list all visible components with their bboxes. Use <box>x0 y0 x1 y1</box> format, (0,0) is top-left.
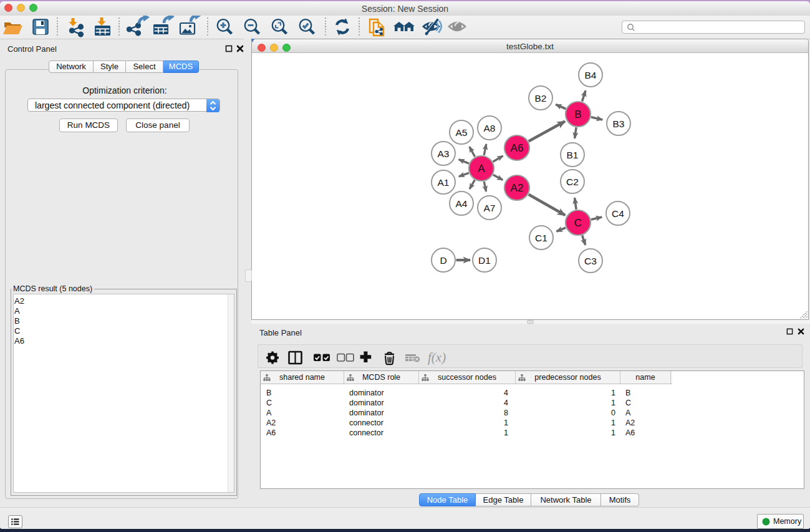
svg-text:D: D <box>440 255 446 266</box>
svg-text:A6: A6 <box>511 142 524 154</box>
svg-text:C2: C2 <box>566 177 579 187</box>
svg-text:A3: A3 <box>438 148 450 159</box>
svg-text:B4: B4 <box>585 70 597 80</box>
svg-text:C1: C1 <box>535 233 547 243</box>
svg-text:B2: B2 <box>535 93 547 104</box>
svg-text:C3: C3 <box>584 256 597 266</box>
svg-text:C: C <box>574 217 582 229</box>
svg-text:A7: A7 <box>484 203 496 213</box>
svg-text:C4: C4 <box>612 208 624 219</box>
svg-text:A: A <box>478 163 485 175</box>
svg-text:A5: A5 <box>456 127 468 138</box>
svg-text:B3: B3 <box>613 118 625 129</box>
svg-text:B: B <box>574 109 581 120</box>
svg-text:A8: A8 <box>484 123 496 133</box>
svg-text:A4: A4 <box>456 198 468 209</box>
svg-text:B1: B1 <box>567 150 579 160</box>
svg-text:f(x): f(x) <box>428 350 446 365</box>
svg-text:A2: A2 <box>511 182 524 194</box>
svg-text:A1: A1 <box>438 177 450 188</box>
svg-text:D1: D1 <box>478 255 491 266</box>
